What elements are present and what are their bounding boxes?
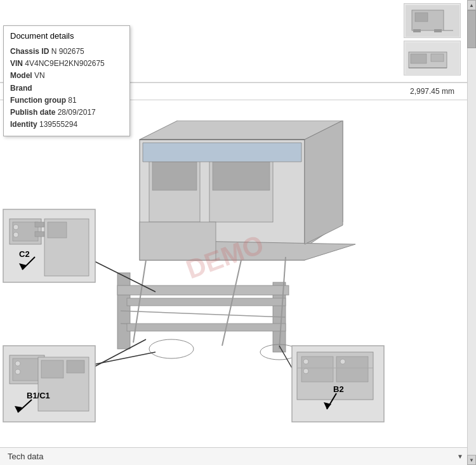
svg-rect-4 [413,29,421,32]
svg-point-56 [15,361,20,366]
svg-text:B2: B2 [333,384,344,394]
scrollbar-thumb[interactable] [467,10,476,48]
diagram-area: DEMO [0,121,467,431]
svg-rect-47 [35,232,44,237]
svg-rect-5 [434,29,442,32]
function-group-label: Function group [10,96,68,105]
svg-rect-49 [48,222,67,238]
svg-marker-22 [143,143,301,162]
b1c1-detail-box: B1/C1 [3,346,95,422]
measurement-value: 2,997.45 mm [410,87,467,96]
model-value: VN [34,71,45,80]
thumbnail-2[interactable] [404,41,461,75]
content-area: Document details Chassis ID N 902675 VIN… [0,0,467,465]
tech-data-arrow: ▼ [457,453,463,460]
chassis-value: N 902675 [51,47,84,56]
svg-rect-9 [431,54,444,62]
svg-rect-29 [127,298,286,306]
thumbnail-1[interactable] [404,3,461,38]
svg-marker-16 [305,121,343,244]
chassis-label: Chassis ID [10,47,51,56]
identity-label: Identity [10,120,39,129]
brand-label: Brand [10,84,32,93]
svg-text:B1/C1: B1/C1 [27,391,50,400]
function-group-value: 81 [68,96,76,105]
svg-point-68 [303,359,308,364]
svg-rect-46 [35,222,44,227]
publish-date-value: 28/09/2017 [58,108,96,117]
detail-brand: Brand [10,82,123,95]
c2-detail-box: C2 [3,209,95,282]
detail-model: Model VN [10,70,123,82]
svg-point-70 [340,359,345,364]
svg-rect-2 [415,13,428,22]
svg-point-44 [13,225,18,230]
tech-data-label: Tech data [8,452,43,461]
detail-vin: VIN 4V4NC9EH2KN902675 [10,58,123,70]
document-details-popup: Document details Chassis ID N 902675 VIN… [3,25,130,136]
svg-rect-20 [213,162,270,190]
svg-rect-59 [41,360,63,378]
vin-label: VIN [10,59,25,68]
thumbnail-area [404,3,461,75]
main-container: Document details Chassis ID N 902675 VIN… [0,0,476,465]
svg-rect-8 [411,54,426,63]
tech-data-bar[interactable]: Tech data ▼ [0,447,467,465]
model-label: Model [10,71,34,80]
vin-value: 4V4NC9EH2KN902675 [25,59,104,68]
publish-date-label: Publish date [10,108,58,117]
svg-rect-60 [67,360,84,373]
identity-value: 139555294 [39,120,77,129]
svg-text:C2: C2 [19,249,30,259]
b2-detail-box: B2 [292,346,384,422]
detail-chassis: Chassis ID N 902675 [10,46,123,58]
svg-point-57 [15,369,20,374]
svg-rect-18 [152,162,197,190]
detail-identity: Identity 139555294 [10,119,123,131]
scrollbar-arrow-up[interactable]: ▲ [467,0,476,10]
scrollbar[interactable]: ▲ ▼ [467,0,476,465]
popup-title: Document details [10,31,123,41]
scrollbar-arrow-down[interactable]: ▼ [467,455,476,465]
svg-point-69 [303,369,308,374]
svg-point-45 [13,232,18,237]
svg-rect-30 [127,324,286,331]
svg-rect-26 [117,285,289,295]
detail-function-group: Function group 81 [10,95,123,107]
detail-publish-date: Publish date 28/09/2017 [10,107,123,119]
diagram-svg: DEMO [0,121,467,431]
